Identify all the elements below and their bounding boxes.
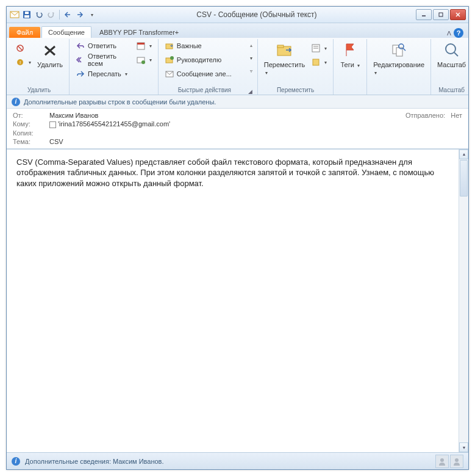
to-label: Кому:	[13, 120, 49, 128]
redo-icon[interactable]	[46, 9, 57, 20]
dialog-launcher-icon[interactable]: ◢	[247, 88, 254, 95]
forward-button[interactable]: Переслать▾	[73, 67, 130, 81]
people-pane-button-1[interactable]	[435, 455, 449, 468]
find-icon	[389, 40, 409, 60]
svg-point-30	[440, 458, 444, 462]
quick-team-email-button[interactable]: Сообщение эле...	[162, 67, 248, 81]
ribbon-group-respond: Ответить Ответить всем Переслать▾ ▾ ▾	[70, 39, 159, 95]
ribbon: !▾ Удалить Удалить Ответить Ответить все…	[7, 38, 468, 95]
window-title: CSV - Сообщение (Обычный текст)	[98, 10, 416, 19]
help-icon[interactable]: ?	[454, 28, 463, 38]
ribbon-group-tags: Теги ▾	[334, 39, 367, 95]
scroll-up-button[interactable]: ▴	[459, 150, 468, 159]
to-value: 'irina1785645542121455@gmail.com'	[49, 120, 462, 128]
info-icon: i	[12, 98, 20, 106]
tab-abbyy[interactable]: ABBYY PDF Transformer+	[93, 26, 185, 38]
quick-gallery-more[interactable]: ▿	[249, 65, 254, 77]
ignore-icon	[15, 43, 25, 53]
svg-point-31	[455, 458, 459, 462]
subject-label: Тема:	[13, 138, 49, 145]
people-pane-button-2[interactable]	[450, 455, 463, 468]
svg-point-28	[446, 44, 455, 54]
more-icon	[136, 55, 146, 65]
meeting-icon	[136, 41, 146, 51]
ribbon-group-editing: Редактирование ▾	[367, 39, 431, 95]
quick-gallery-down[interactable]: ▾	[249, 52, 254, 64]
ignore-button[interactable]	[13, 41, 34, 55]
reply-icon	[76, 41, 85, 51]
message-body-container: CSV (Comma-Separated Values) представляе…	[7, 149, 468, 452]
more-respond-button[interactable]: ▾	[134, 53, 154, 67]
info-bar[interactable]: i Дополнительные разрывы строк в сообщен…	[7, 95, 468, 109]
separator	[59, 10, 60, 20]
minimize-ribbon-icon[interactable]: ᐱ	[447, 30, 451, 37]
svg-rect-23	[313, 59, 319, 65]
svg-point-13	[141, 60, 145, 64]
undo-icon[interactable]	[34, 9, 45, 20]
maximize-button[interactable]	[433, 9, 449, 20]
flag-icon	[340, 40, 360, 60]
reply-button[interactable]: Ответить	[73, 39, 130, 52]
svg-text:!: !	[20, 60, 21, 65]
file-tab[interactable]: Файл	[9, 27, 40, 38]
junk-button[interactable]: !▾	[13, 56, 34, 69]
from-value: Максим Иванов	[49, 112, 405, 119]
svg-line-27	[403, 48, 405, 51]
ribbon-group-move: Переместить ▾ ▾ ▾ Переместить	[258, 39, 334, 95]
outlook-message-window: ▾ CSV - Сообщение (Обычный текст) Файл С…	[6, 6, 469, 470]
message-body[interactable]: CSV (Comma-Separated Values) представляе…	[7, 150, 459, 452]
svg-line-29	[454, 52, 458, 56]
ribbon-group-quick-steps: Важные Руководителю Сообщение эле... ▴ ▾…	[159, 39, 258, 95]
sent-value: Нет	[451, 112, 462, 119]
cc-label: Копия:	[13, 129, 49, 137]
from-label: От:	[13, 112, 49, 119]
scroll-down-button[interactable]: ▾	[459, 442, 468, 452]
sent-label: Отправлено:	[405, 112, 445, 119]
qat-customize-icon[interactable]: ▾	[87, 9, 98, 20]
info-bar-text: Дополнительные разрывы строк в сообщении…	[24, 98, 216, 106]
reply-all-button[interactable]: Ответить всем	[73, 53, 130, 67]
editing-button[interactable]: Редактирование ▾	[371, 39, 427, 77]
quick-important-button[interactable]: Важные	[162, 39, 248, 52]
svg-rect-2	[24, 15, 29, 18]
close-button[interactable]	[450, 9, 466, 20]
junk-icon: !	[15, 57, 25, 67]
presence-icon	[49, 121, 56, 128]
svg-rect-3	[25, 12, 29, 14]
move-button[interactable]: Переместить ▾	[262, 39, 307, 77]
cc-value	[49, 129, 462, 137]
svg-rect-11	[137, 43, 145, 45]
delete-icon	[40, 40, 60, 60]
save-icon[interactable]	[21, 9, 32, 20]
tab-message[interactable]: Сообщение	[41, 26, 91, 38]
quick-access-toolbar: ▾	[9, 9, 98, 20]
forward-icon	[76, 69, 85, 79]
delete-button[interactable]: Удалить	[35, 39, 65, 70]
scroll-track[interactable]	[459, 197, 468, 442]
prev-item-icon[interactable]	[62, 9, 73, 20]
team-email-icon	[165, 69, 174, 79]
meeting-button[interactable]: ▾	[134, 39, 154, 52]
status-text: Дополнительные сведения: Максим Иванов.	[25, 458, 164, 465]
minimize-button[interactable]	[416, 9, 432, 20]
zoom-icon	[442, 40, 462, 60]
ribbon-tabs: Файл Сообщение ABBYY PDF Transformer+ ᐱ …	[7, 23, 468, 38]
window-controls	[416, 9, 466, 20]
rules-icon	[311, 43, 321, 53]
ribbon-group-delete: !▾ Удалить Удалить	[9, 39, 70, 95]
tags-button[interactable]: Теги ▾	[337, 39, 363, 70]
folder-move-icon	[165, 41, 174, 51]
vertical-scrollbar: ▴ ▾	[459, 150, 468, 452]
svg-line-7	[18, 46, 23, 51]
app-icon[interactable]	[9, 9, 20, 20]
zoom-button[interactable]: Масштаб	[435, 39, 468, 70]
scroll-thumb[interactable]	[460, 160, 468, 197]
svg-point-16	[170, 56, 174, 60]
next-item-icon[interactable]	[74, 9, 85, 20]
quick-manager-button[interactable]: Руководителю	[162, 53, 248, 67]
rules-button[interactable]: ▾	[309, 41, 329, 55]
actions-icon	[311, 57, 321, 67]
actions-button[interactable]: ▾	[309, 56, 329, 69]
quick-gallery-up[interactable]: ▴	[249, 39, 254, 51]
statusbar: i Дополнительные сведения: Максим Иванов…	[7, 452, 468, 469]
